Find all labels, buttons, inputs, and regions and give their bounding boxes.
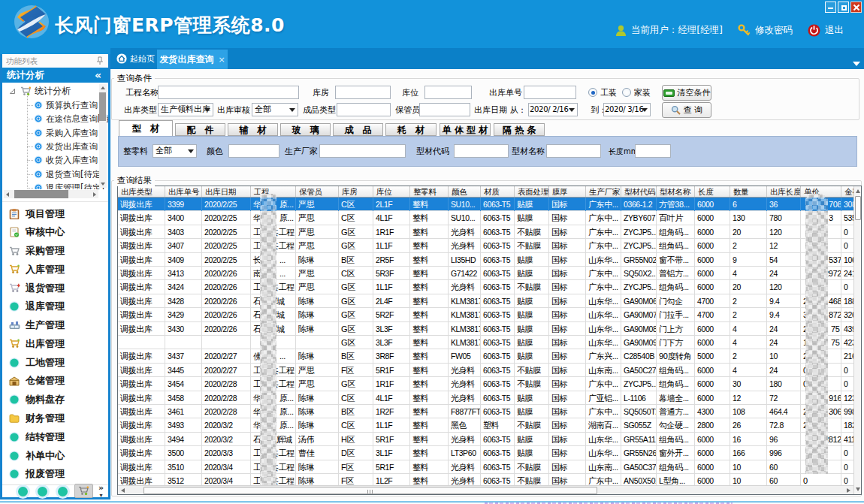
keeper-input[interactable] (419, 103, 470, 116)
table-row[interactable]: 调拨出库34292020/2/26石辉城陈琳G区5R2F整料KLM3817606… (118, 308, 861, 321)
change-password-link[interactable]: 修改密码 (755, 24, 793, 37)
grid-column-header[interactable]: 材质 (481, 186, 515, 197)
date-from-combo[interactable]: 2020/ 2/16 (528, 103, 578, 116)
scroll-arrow-icon[interactable] (6, 192, 9, 197)
material-tab-4[interactable]: 玻 璃 (280, 123, 331, 136)
grid-column-header[interactable]: 出库日期 (202, 186, 251, 197)
grid-column-header[interactable]: 出库单号 (165, 186, 202, 197)
tree-item[interactable]: 退货查询[待定] (2, 167, 108, 181)
product-type-input[interactable] (337, 103, 391, 116)
table-row[interactable]: 调拨出库34542020/2/28工共工程严思G区1R1F整料光身料6063-T… (118, 377, 861, 391)
material-tab-3[interactable]: 辅 材 (228, 123, 278, 136)
tab-home[interactable]: 起始页 (113, 48, 158, 69)
out-audit-combo[interactable]: 全部 (252, 103, 298, 116)
pin-icon[interactable] (96, 56, 104, 65)
clear-button[interactable]: 清空条件 (662, 85, 711, 101)
grid-vertical-scrollbar[interactable] (853, 186, 861, 494)
sidebar-item-6[interactable]: 退库管理 (2, 297, 108, 316)
tree-item[interactable]: 采购入库查询 (2, 126, 108, 140)
scroll-arrow-icon[interactable] (101, 86, 105, 89)
scroll-arrow-icon[interactable] (856, 189, 860, 193)
sidebar-item-8[interactable]: 出库管理 (2, 334, 108, 353)
grid-column-header[interactable]: 生产厂家 (586, 186, 621, 197)
maximize-button[interactable] (838, 2, 849, 13)
table-row[interactable]: 调拨出库34242020/2/26工共工程严思G区1L1F整料光身料6063-T… (118, 280, 861, 294)
combo-arrow-icon[interactable] (188, 149, 194, 153)
tree-item[interactable]: 收货入库查询 (2, 153, 108, 167)
table-row[interactable]: 调拨出库34932020/3/2华原...陈琳C区1L1F整料黑色塑料不贴膜国标… (118, 418, 861, 432)
search-button[interactable]: 查 询 (662, 102, 711, 118)
scroll-arrow-icon[interactable] (121, 488, 125, 493)
tree-item[interactable]: 预算执行查询 (2, 98, 108, 112)
grid-column-header[interactable]: 型材名称 (657, 186, 695, 197)
tree-hscroll-thumb[interactable] (14, 190, 68, 198)
collapse-icon[interactable]: « (95, 68, 101, 83)
sidebar-item-3[interactable]: 采购管理 (2, 242, 108, 261)
tree-horizontal-scrollbar[interactable] (4, 190, 98, 198)
overflow-cart-button[interactable] (74, 484, 93, 498)
material-tab-2[interactable]: 配 件 (175, 123, 225, 136)
sidebar-item-14[interactable]: 补单中心 (2, 446, 108, 465)
table-row[interactable]: 调拨出库35102020/3/4工共工程陈琳F区5R1F整料光身料6063-T5… (118, 460, 861, 474)
color-input[interactable] (228, 144, 279, 158)
scroll-arrow-icon[interactable] (93, 192, 96, 197)
table-row[interactable]: 调拨出库34072020/2/25工共工程严思G区1L1F整料光身料6063-T… (118, 239, 861, 252)
table-row[interactable]: 调拨出库34282020/2/26石辉城陈琳G区2L4F整料KLM3817606… (118, 294, 861, 308)
tab-close-icon[interactable]: × (218, 55, 225, 65)
warehouse-input[interactable] (335, 86, 391, 99)
table-row[interactable]: 调拨出库33992020/2/25华原...严思C区2L1F整料SU10...6… (118, 198, 861, 211)
material-tab-1[interactable]: 型 材 (119, 120, 173, 136)
order-no-input[interactable] (524, 86, 576, 99)
table-row[interactable]: 调拨出库34612020/2/28华原...陈琳B区1R2F整料F8877FT6… (118, 405, 861, 418)
sidebar-item-5[interactable]: 退货管理 (2, 279, 108, 297)
sidebar-item-4[interactable]: 入库管理 (2, 260, 108, 279)
grid-column-header[interactable]: 库房 (339, 186, 373, 197)
tree-root-item[interactable]: 统计分析 (2, 84, 108, 98)
logout-link[interactable]: 退出 (825, 24, 844, 37)
material-tab-6[interactable]: 耗 材 (385, 123, 437, 136)
sidebar-item-13[interactable]: 结转管理 (2, 427, 108, 446)
sidebar-item-9[interactable]: 工地管理 (2, 353, 108, 372)
combo-arrow-icon[interactable] (204, 108, 210, 112)
table-row[interactable]: 调拨出库34132020/2/26南...严思C区5R3F整料G71422606… (118, 267, 861, 280)
tree-item[interactable]: 退库管理[待定] (2, 181, 108, 189)
combo-arrow-icon[interactable] (642, 108, 648, 112)
combo-arrow-icon[interactable] (289, 108, 295, 112)
tab-list-dropdown-icon[interactable] (853, 62, 860, 66)
scroll-arrow-icon[interactable] (101, 183, 105, 186)
grid-column-header[interactable]: 保管员 (296, 186, 339, 197)
table-row[interactable]: 调拨出库35122020/3/4工共工程陈琳F区1L2F整料光身料6063-T5… (118, 474, 861, 486)
out-type-combo[interactable]: 生产领料出库 (158, 103, 213, 116)
combo-arrow-icon[interactable] (569, 108, 575, 112)
table-row[interactable]: 调拨出库34302020/2/26石辉城陈琳G区3L3F整料KLM3817606… (118, 322, 861, 336)
grid-column-header[interactable]: 出库类型 (118, 186, 165, 197)
radio-jiazhuang-label[interactable]: 家装 (634, 87, 651, 98)
sidebar-item-15[interactable]: 报废管理 (2, 465, 108, 484)
table-row[interactable]: 调拨出库34372020/2/27佛...陈琳B区3R8F整料FW056063-… (118, 349, 861, 363)
grid-column-header[interactable]: 颜色 (449, 186, 481, 197)
sidebar-group-header[interactable]: 统计分析 « (2, 68, 108, 83)
grid-column-header[interactable]: 数量 (730, 186, 767, 197)
close-button[interactable] (850, 2, 862, 13)
tree-vscroll-thumb[interactable] (99, 92, 106, 121)
sidebar-item-2[interactable]: 审核中心 (2, 223, 108, 242)
profile-name-input[interactable] (546, 144, 601, 158)
grid-column-header[interactable]: 整零料 (410, 186, 449, 197)
minimize-button[interactable] (825, 2, 836, 13)
profile-code-input[interactable] (454, 144, 509, 158)
sidebar-item-1[interactable]: 项目管理 (2, 204, 108, 223)
grid-column-header[interactable]: 长度 (695, 186, 730, 197)
project-name-input[interactable] (158, 86, 299, 99)
material-tab-5[interactable]: 成 品 (333, 123, 383, 136)
table-row[interactable]: 调拨出库34452020/2/27工共工程严思F区5R1F整料光身料6063-T… (118, 364, 861, 377)
overflow-dot-icon[interactable] (58, 487, 68, 496)
grid-column-header[interactable]: 表面处理 (515, 186, 549, 197)
scroll-arrow-icon[interactable] (856, 487, 860, 491)
table-row[interactable]: 调拨出库34942020/3/2石辉城汤伟H区5R1F整料光身料6063-T5贴… (118, 433, 861, 446)
table-row[interactable]: 调拨出库34032020/2/25工共工程严思G区1R1F整料光身料6063-T… (118, 225, 861, 239)
material-tab-7[interactable]: 单 体 型 材 (440, 123, 491, 136)
sidebar-item-12[interactable]: 财务管理 (2, 409, 108, 427)
tree-item[interactable]: 在途信息查询[待 (2, 112, 108, 125)
tree-item[interactable]: 发货出库查询 (2, 140, 108, 153)
sidebar-item-11[interactable]: 物料盘存 (2, 391, 108, 409)
